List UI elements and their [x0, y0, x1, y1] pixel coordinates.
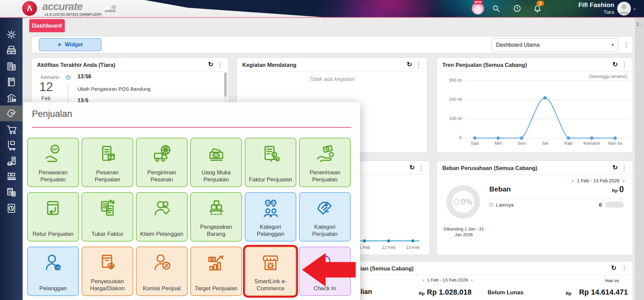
tile-pengepakan-barang[interactable]: Pengepakan Barang	[190, 192, 242, 242]
tile-pesanan-penjualan[interactable]: Pesanan Penjualan	[82, 138, 133, 187]
user-name: Fifi Fashion	[557, 1, 614, 9]
mascot-avatar[interactable]	[472, 2, 484, 14]
tile-penyesuaian-harga-diskon[interactable]: Penyesuaian Harga/Diskon	[82, 247, 133, 296]
refresh-icon[interactable]: ↻	[208, 60, 213, 68]
svg-text:?: ?	[516, 6, 518, 10]
settings-icon	[5, 29, 17, 41]
tile-label: Pelanggan	[29, 285, 77, 292]
tile-kategori-penjualan[interactable]: Kategori Penjualan	[299, 192, 351, 242]
tile-tukar-faktur[interactable]: Tukar Faktur	[82, 192, 133, 242]
new-badge: NEW	[473, 0, 483, 4]
person-basket-icon	[42, 253, 64, 274]
tile-label: Penawaran Penjualan	[29, 169, 77, 183]
dashboard-select[interactable]: Dashboard Utama ▾	[492, 38, 618, 51]
sidebar-item-company[interactable]	[0, 58, 22, 74]
tile-retur-penjualan[interactable]: Retur Penjualan	[27, 192, 79, 242]
panel-divider	[357, 275, 633, 275]
tile-label: Pengepakan Barang	[192, 223, 240, 238]
add-widget-button[interactable]: + Widget	[39, 38, 101, 51]
pos-register-icon	[5, 44, 17, 56]
sidebar-item-inventory[interactable]	[0, 137, 22, 153]
kebab-icon[interactable]: ⋮	[621, 61, 627, 69]
legend-item: Lainnya	[489, 202, 514, 208]
sidebar-item-banking[interactable]	[0, 90, 22, 105]
dialog-title: Penjualan	[32, 109, 72, 119]
sidebar-item-reports[interactable]	[0, 200, 22, 216]
tile-label: Komisi Penjual	[138, 285, 186, 292]
fixed-assets-icon	[5, 155, 17, 167]
person-percent-icon	[151, 253, 172, 274]
help-icon[interactable]: ?	[512, 4, 522, 13]
tile-penawaran-penjualan[interactable]: RPPenawaran Penjualan	[27, 138, 79, 187]
tile-uang-muka-penjualan[interactable]: RPUang Muka Penjualan	[190, 138, 242, 187]
svg-text:RP: RP	[53, 148, 57, 152]
purchases-icon	[5, 123, 17, 135]
toolbar-kebab-icon[interactable]: ⋮	[623, 41, 630, 48]
tile-target-penjualan[interactable]: Target Penjualan	[190, 247, 242, 296]
date-range-nav: ‹ 1 Feb - 13 Feb 2026 ›	[421, 277, 474, 283]
panel-penjualan-summary: ian (Semua Cabang) ↻ ⋮ ‹ 1 Feb - 13 Feb …	[357, 261, 633, 300]
x-tick-label: 12 Feb	[379, 245, 399, 250]
tile-pelanggan[interactable]: Pelanggan	[27, 247, 79, 296]
panel-divider	[437, 174, 633, 175]
prev-chevron-icon[interactable]: ‹	[421, 277, 426, 283]
tile-label: Penyesuaian Harga/Diskon	[84, 278, 131, 292]
refresh-icon[interactable]: ↻	[612, 164, 618, 171]
panel-divider	[32, 71, 228, 72]
chevron-down-icon: ▾	[611, 42, 614, 47]
sidebar-item-purchases[interactable]	[0, 121, 22, 137]
refresh-icon[interactable]: ↻	[407, 60, 412, 68]
panel-divider	[357, 174, 430, 175]
kebab-icon[interactable]: ⋮	[418, 164, 424, 172]
user-avatar[interactable]	[617, 2, 631, 15]
accurate-logo-icon: Λ	[22, 1, 37, 16]
people-check-icon	[151, 198, 172, 220]
banking-icon	[5, 92, 17, 104]
user-block[interactable]: Fifi Fashion Tiara	[557, 1, 614, 15]
search-icon[interactable]	[491, 4, 501, 13]
user-menu-chevron-icon[interactable]: ⌄	[633, 5, 637, 11]
tile-komisi-penjual[interactable]: Komisi Penjual	[136, 247, 188, 296]
tile-label: Faktur Penjualan	[247, 176, 294, 183]
sales-icon: Rp	[5, 108, 17, 120]
prev-chevron-icon[interactable]: ‹	[570, 178, 576, 183]
partial-chart-svg	[357, 237, 424, 245]
trend-arrow-icon: →	[454, 199, 460, 205]
kebab-icon[interactable]: ⋮	[217, 61, 223, 69]
tab-dashboard[interactable]: Dashboard	[29, 19, 65, 32]
widget-button-label: Widget	[65, 42, 83, 48]
tile-faktur-penjualan[interactable]: Faktur Penjualan	[245, 138, 296, 187]
taxes-icon: TAX	[5, 186, 17, 199]
tile-klaim-pelanggan[interactable]: Klaim Pelanggan	[136, 192, 188, 242]
tile-kategori-pelanggan[interactable]: ABKategori Pelanggan	[245, 192, 296, 242]
sidebar-item-manufacturing[interactable]	[0, 169, 22, 184]
truck-globe-icon	[151, 144, 172, 165]
docs-swap-icon	[97, 198, 118, 220]
legend-label: Lainnya	[496, 202, 514, 208]
refresh-icon[interactable]: ↻	[409, 164, 415, 171]
refresh-icon[interactable]: ↻	[612, 60, 618, 68]
date-range-label: 1 Feb - 13 Feb 2026	[577, 178, 620, 183]
tile-smartlink-e-commerce[interactable]: SmartLink e-Commerce	[245, 247, 296, 296]
kebab-icon[interactable]: ⋮	[415, 61, 422, 69]
page-selector[interactable]: 1 ⌄	[636, 22, 644, 27]
sidebar-item-pos-register[interactable]	[0, 42, 22, 58]
refresh-icon[interactable]: ↻	[611, 264, 616, 272]
svg-text:B: B	[273, 201, 275, 204]
next-chevron-icon[interactable]: ›	[469, 277, 474, 283]
sidebar-item-fixed-assets[interactable]	[0, 153, 22, 169]
panel-title-truncated: ian (Semua Cabang)	[360, 265, 414, 272]
sidebar-item-settings[interactable]	[0, 27, 22, 42]
sidebar-item-taxes[interactable]: TAX	[0, 184, 22, 200]
kebab-icon[interactable]: ⋮	[621, 164, 627, 172]
tile-pengiriman-pesanan[interactable]: Pengiriman Pesanan	[136, 138, 188, 187]
tile-label: Klaim Pelanggan	[138, 230, 186, 238]
next-chevron-icon[interactable]: ›	[621, 178, 627, 183]
sidebar-item-sales[interactable]: Rp	[0, 105, 22, 121]
tile-penerimaan-penjualan[interactable]: Penerimaan Penjualan	[299, 138, 351, 187]
kebab-icon[interactable]: ⋮	[621, 265, 627, 272]
sidebar-item-ledger-book[interactable]	[0, 74, 22, 90]
activity-text[interactable]: Ubah Pengaturan POS Bandung	[78, 86, 151, 92]
y-tick-label: 200 rb	[440, 97, 462, 102]
storefront-gear-icon	[260, 253, 281, 274]
